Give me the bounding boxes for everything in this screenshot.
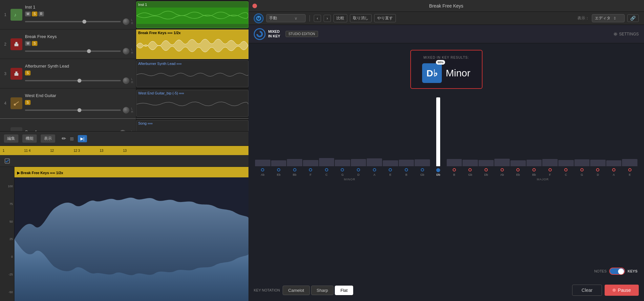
titlebar-close-btn[interactable]	[252, 4, 257, 8]
editor-track-checkbox[interactable]	[0, 158, 14, 164]
track-knob-4[interactable]	[123, 107, 129, 113]
bar-23	[622, 159, 637, 166]
compare-btn[interactable]: 比較	[333, 14, 347, 22]
editor-content: 100 75 50 25 0 -25 -50 ▶ Break Free Keys…	[0, 167, 248, 301]
camelot-btn[interactable]: Camelot	[283, 286, 310, 295]
arr-block-song[interactable]: Song ∞∞	[136, 120, 248, 131]
arr-block-weg[interactable]: West End Guitar_bip (-5) ∞∞	[136, 90, 248, 117]
track-lr-2: LR	[131, 48, 134, 54]
track-icon-4	[11, 97, 22, 109]
notes-keys-toggle[interactable]	[609, 268, 625, 275]
track-info-3: Afterburner Synth Lead S LR	[25, 64, 133, 84]
bar-15	[494, 159, 510, 166]
action-buttons: Clear Pause	[572, 285, 639, 296]
timeline-mark-4: 12 3	[74, 149, 80, 152]
yellow-strip-label: ▶ Break Free Keys ∞∞ 1/2x	[17, 171, 63, 175]
y-label-neg25: -25	[9, 273, 13, 276]
flat-btn[interactable]: Flat	[335, 286, 353, 295]
link-btn[interactable]: 🔗	[627, 14, 639, 22]
checkbox-icon	[4, 158, 10, 164]
undo-btn[interactable]: 取り消し	[350, 14, 372, 22]
toggle-knob	[618, 269, 624, 274]
bar-2	[287, 159, 302, 166]
track-info-4: West End Guitar S LR	[25, 93, 133, 113]
track-knob-2[interactable]	[123, 48, 129, 54]
bar-17	[526, 160, 542, 166]
nav-fwd-btn[interactable]: ›	[324, 15, 331, 22]
bar-13	[462, 160, 478, 166]
track-info-1: Inst 1 M S R LR	[25, 5, 133, 25]
svg-point-13	[614, 32, 617, 36]
label-17: Bb	[526, 173, 542, 176]
solo-btn-3[interactable]: S	[25, 70, 31, 75]
fader-4[interactable]	[25, 110, 121, 111]
bar-col-16	[510, 94, 526, 166]
label-18: F	[542, 173, 558, 176]
dot-6	[351, 168, 366, 172]
solo-btn-4[interactable]: S	[25, 100, 31, 105]
y-label-50: 50	[10, 220, 13, 223]
bar-22	[606, 160, 622, 166]
fader-2[interactable]	[25, 50, 121, 52]
power-icon	[256, 16, 261, 21]
editor-area: 編集 機能 表示 ✏ ⊞ ▶| 1 11 4 12 12 3 13 13	[0, 131, 248, 301]
arr-track-4: West End Guitar_bip (-5) ∞∞	[136, 89, 248, 118]
arr-track-song: Song ∞∞	[136, 118, 248, 131]
pause-dot	[612, 289, 616, 292]
dot-22	[606, 168, 622, 172]
pause-button[interactable]: Pause	[605, 285, 639, 296]
track-number-3: 3	[3, 71, 8, 76]
active-editor-btn[interactable]: ▶|	[78, 135, 87, 142]
timeline-mark-3: 12	[50, 149, 54, 152]
power-button[interactable]	[254, 13, 264, 23]
mode-dropdown[interactable]: 手動 ∨	[266, 14, 306, 22]
pencil-icon: ✏	[62, 135, 66, 142]
bar-col-14	[479, 94, 494, 166]
editor-track-row	[0, 155, 248, 167]
fader-3[interactable]	[25, 80, 121, 81]
bar-12	[447, 159, 462, 166]
label-4: C	[319, 173, 334, 176]
nav-back-btn[interactable]: ‹	[314, 15, 321, 22]
arr-block-bfk-label: Break Free Keys ∞∞ 1/2x	[137, 30, 248, 36]
timeline-mark-2: 11 4	[24, 149, 31, 152]
arr-block-asl[interactable]: Afterburner Synth Lead ∞∞	[136, 60, 248, 87]
arr-block-inst1[interactable]: Inst 1	[136, 1, 248, 28]
bar-1	[271, 160, 287, 166]
bar-col-1	[271, 94, 287, 166]
arr-block-bfk[interactable]: Break Free Keys ∞∞ 1/2x	[136, 30, 248, 59]
record-btn-1[interactable]: R	[38, 11, 44, 16]
function-btn[interactable]: 機能	[22, 134, 37, 143]
dot-21	[590, 168, 606, 172]
key-note-badge: D♭ 98%	[422, 63, 442, 83]
solo-btn-1[interactable]: S	[32, 11, 37, 16]
sharp-btn[interactable]: Sharp	[311, 286, 334, 295]
view-dropdown[interactable]: エディタ ⇕	[592, 14, 625, 22]
fader-1[interactable]	[25, 21, 121, 22]
dot-14	[479, 168, 494, 172]
arr-track-3: Afterburner Synth Lead ∞∞	[136, 59, 248, 89]
bar-col-6	[351, 94, 366, 166]
track-lr-1: LR	[131, 18, 134, 25]
dot-13	[462, 168, 478, 172]
clear-button[interactable]: Clear	[572, 285, 602, 296]
label-8: E	[383, 173, 398, 176]
mik-bar: MIXEDIN KEY STUDIO EDITION SETTINGS	[248, 25, 644, 43]
label-13: Gb	[462, 173, 478, 176]
section-labels: MINOR MAJOR	[248, 178, 644, 181]
bar-11-active	[436, 97, 440, 166]
edit-btn[interactable]: 編集	[4, 134, 18, 143]
mute-btn-2[interactable]: M	[25, 41, 31, 46]
redo-btn[interactable]: やり直す	[374, 14, 396, 22]
solo-btn-2[interactable]: S	[32, 41, 37, 46]
timeline-mark-5: 13	[100, 149, 103, 152]
track-knob-1[interactable]	[123, 18, 129, 25]
track-info-2: Break Free Keys M S LR	[25, 34, 133, 54]
track-knob-3[interactable]	[123, 77, 129, 84]
view-btn[interactable]: 表示	[41, 134, 55, 143]
settings-btn[interactable]: SETTINGS	[613, 32, 639, 36]
svg-text:♪: ♪	[14, 12, 16, 17]
mute-btn-1[interactable]: M	[25, 11, 31, 16]
key-notation-label: KEY NOTATION	[254, 288, 280, 292]
dot-8	[383, 168, 398, 172]
